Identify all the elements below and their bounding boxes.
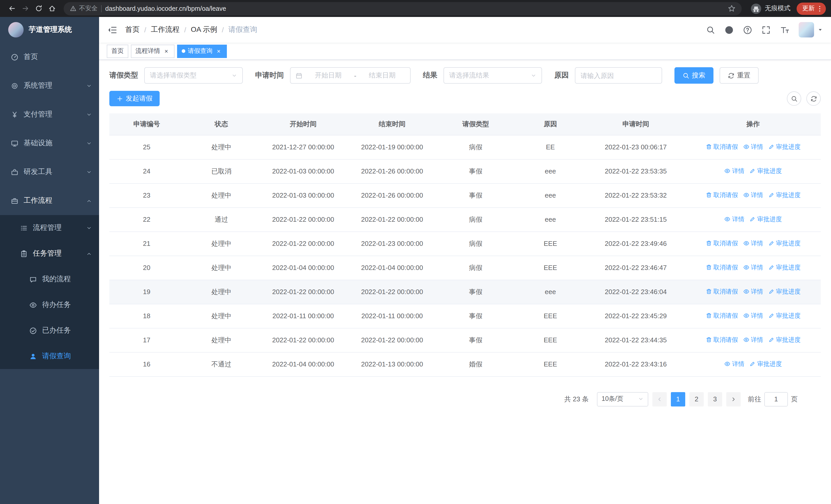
home-button[interactable]: [45, 2, 58, 15]
detail-link[interactable]: 详情: [743, 312, 763, 320]
user-menu[interactable]: [799, 22, 823, 37]
reset-button[interactable]: 重置: [720, 67, 758, 84]
start-date-input[interactable]: 开始日期: [306, 71, 351, 80]
sidebar-item-home[interactable]: 首页: [0, 42, 99, 71]
detail-link[interactable]: 详情: [724, 360, 745, 368]
font-size-icon[interactable]: [780, 25, 789, 34]
cell-apply: 2022-01-22 23:46:47: [586, 256, 686, 280]
progress-link[interactable]: 审批进度: [768, 288, 801, 296]
tab-leave-query[interactable]: 请假查询×: [177, 45, 227, 58]
cell-start: 2022-01-04 00:00:00: [259, 352, 348, 376]
cancel-leave-link[interactable]: 取消请假: [706, 263, 738, 272]
sidebar-item-system-management[interactable]: 系统管理: [0, 71, 99, 100]
tab-home[interactable]: 首页: [107, 45, 128, 58]
table-row: 24已取消2022-01-03 00:00:002022-01-26 00:00…: [109, 159, 821, 183]
warning-icon: [70, 5, 77, 12]
back-button[interactable]: [5, 2, 19, 15]
help-icon[interactable]: [743, 25, 752, 34]
page-button-1[interactable]: 1: [671, 392, 685, 406]
cell-type: 婚假: [436, 352, 515, 376]
detail-link[interactable]: 详情: [743, 288, 763, 296]
breadcrumb-item[interactable]: 首页: [125, 25, 140, 34]
detail-link[interactable]: 详情: [743, 143, 763, 151]
cell-type: 事假: [436, 183, 515, 207]
sidebar-item-payment-management[interactable]: 支付管理: [0, 100, 99, 129]
forward-button[interactable]: [19, 2, 32, 15]
sidebar-item-todo-task[interactable]: 待办任务: [0, 292, 99, 318]
breadcrumb-item[interactable]: OA 示例: [191, 25, 218, 34]
cell-reason: eee: [515, 183, 586, 207]
result-select[interactable]: 请选择流结果: [443, 67, 542, 84]
progress-link[interactable]: 审批进度: [768, 239, 801, 248]
leave-type-select[interactable]: 请选择请假类型: [144, 67, 243, 84]
cancel-leave-link[interactable]: 取消请假: [706, 239, 738, 248]
search-button[interactable]: 搜索: [675, 67, 713, 84]
cell-actions: 详情审批进度: [686, 352, 821, 376]
cell-status: 处理中: [184, 183, 259, 207]
result-label: 结果: [423, 71, 443, 80]
pen-icon: [750, 216, 756, 223]
detail-link[interactable]: 详情: [743, 336, 763, 345]
progress-link[interactable]: 审批进度: [768, 191, 801, 200]
cell-actions: 取消请假详情审批进度: [686, 183, 821, 207]
reason-input[interactable]: [580, 71, 657, 79]
progress-link[interactable]: 审批进度: [750, 215, 782, 224]
progress-link[interactable]: 审批进度: [768, 143, 801, 151]
detail-link[interactable]: 详情: [743, 263, 763, 272]
page-size-select[interactable]: 10条/页: [597, 392, 648, 406]
create-leave-button[interactable]: 发起请假: [109, 91, 160, 106]
progress-link[interactable]: 审批进度: [768, 336, 801, 345]
cancel-leave-link[interactable]: 取消请假: [706, 191, 738, 200]
sidebar-item-dev-tools[interactable]: 研发工具: [0, 157, 99, 186]
sidebar-item-my-process[interactable]: 我的流程: [0, 266, 99, 292]
cell-reason: EEE: [515, 352, 586, 376]
address-bar[interactable]: 不安全 dashboard.yudao.iocoder.cn/bpm/oa/le…: [64, 2, 742, 15]
detail-link[interactable]: 详情: [743, 239, 763, 248]
page-button-2[interactable]: 2: [689, 392, 704, 406]
page-button-3[interactable]: 3: [708, 392, 722, 406]
cancel-leave-link[interactable]: 取消请假: [706, 288, 738, 296]
breadcrumb-item[interactable]: 工作流程: [151, 25, 180, 34]
cancel-leave-link[interactable]: 取消请假: [706, 336, 738, 345]
progress-link[interactable]: 审批进度: [750, 360, 782, 368]
detail-link[interactable]: 详情: [724, 167, 745, 176]
apply-time-range-picker[interactable]: 开始日期 - 结束日期: [290, 67, 411, 84]
tab-process-detail[interactable]: 流程详情×: [131, 45, 174, 58]
toggle-search-button[interactable]: [787, 91, 801, 106]
cancel-leave-link[interactable]: 取消请假: [706, 143, 738, 151]
close-tab-icon[interactable]: ×: [215, 48, 222, 55]
update-menu-button[interactable]: 更新: [797, 2, 826, 14]
progress-link[interactable]: 审批进度: [768, 263, 801, 272]
app-logo[interactable]: 芋道管理系统: [0, 17, 99, 42]
eye-icon: [743, 240, 749, 247]
sidebar-item-workflow[interactable]: 工作流程: [0, 186, 99, 215]
progress-link[interactable]: 审批进度: [750, 167, 782, 176]
sidebar-item-task-management[interactable]: 任务管理: [0, 241, 99, 266]
sidebar-toggle-icon[interactable]: [107, 25, 117, 35]
fullscreen-icon[interactable]: [762, 25, 770, 34]
next-page-button[interactable]: [726, 392, 741, 406]
prev-page-button[interactable]: [652, 392, 667, 406]
pen-icon: [768, 337, 775, 343]
trash-icon: [706, 337, 712, 343]
search-icon[interactable]: [706, 25, 715, 34]
sidebar-item-infrastructure[interactable]: 基础设施: [0, 129, 99, 157]
security-chip[interactable]: 不安全: [70, 4, 97, 13]
reload-button[interactable]: [32, 2, 45, 15]
sidebar-item-done-task[interactable]: 已办任务: [0, 318, 99, 343]
detail-link[interactable]: 详情: [743, 191, 763, 200]
cancel-leave-link[interactable]: 取消请假: [706, 312, 738, 320]
url-text: dashboard.yudao.iocoder.cn/bpm/oa/leave: [105, 5, 226, 12]
detail-link[interactable]: 详情: [724, 215, 745, 224]
goto-page-input[interactable]: [764, 392, 788, 406]
sidebar-item-process-management[interactable]: 流程管理: [0, 215, 99, 241]
close-tab-icon[interactable]: ×: [163, 48, 170, 55]
sidebar-item-leave-query[interactable]: 请假查询: [0, 343, 99, 369]
chevron-down-icon: [231, 72, 237, 78]
refresh-table-button[interactable]: [806, 91, 821, 106]
progress-link[interactable]: 审批进度: [768, 312, 801, 320]
github-icon[interactable]: [725, 25, 734, 34]
end-date-input[interactable]: 结束日期: [359, 71, 405, 80]
bookmark-star-icon[interactable]: [728, 5, 736, 12]
column-header-status: 状态: [184, 113, 259, 135]
